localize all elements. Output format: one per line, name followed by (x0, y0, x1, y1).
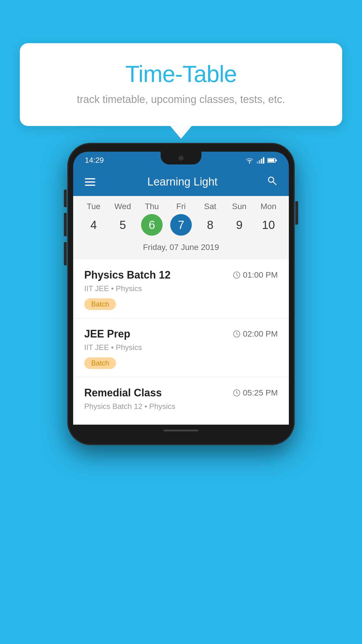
svg-line-9 (273, 182, 276, 185)
day-label: Thu (145, 202, 159, 211)
class-item-0[interactable]: Physics Batch 12 01:00 PMIIT JEE • Physi… (73, 260, 289, 318)
day-col-fri[interactable]: Fri7 (166, 202, 196, 236)
day-label: Mon (261, 202, 276, 211)
phone-mockup: 14:29 (67, 143, 295, 445)
svg-rect-2 (259, 160, 260, 164)
batch-badge: Batch (84, 357, 116, 369)
tooltip-subtitle: track timetable, upcoming classes, tests… (34, 93, 328, 106)
hamburger-line-1 (85, 178, 95, 179)
day-col-thu[interactable]: Thu6 (137, 202, 166, 236)
class-meta: Physics Batch 12 • Physics (84, 402, 278, 411)
class-time-text: 05:25 PM (243, 388, 278, 398)
day-col-sat[interactable]: Sat8 (196, 202, 225, 236)
day-number: 10 (258, 214, 279, 236)
day-number: 5 (112, 214, 133, 236)
phone-screen: 14:29 (73, 152, 289, 425)
search-button[interactable] (267, 175, 277, 188)
day-col-wed[interactable]: Wed5 (108, 202, 137, 236)
class-time-text: 02:00 PM (243, 329, 278, 339)
class-item-2[interactable]: Remedial Class 05:25 PMPhysics Batch 12 … (73, 377, 289, 425)
day-number: 8 (199, 214, 221, 236)
calendar-section: Tue4Wed5Thu6Fri7Sat8Sun9Mon10 Friday, 07… (73, 196, 289, 260)
class-name: Remedial Class (84, 387, 162, 399)
tooltip-title: Time-Table (34, 61, 328, 88)
class-time: 05:25 PM (233, 388, 278, 398)
battery-icon (267, 158, 277, 163)
svg-rect-4 (263, 157, 264, 164)
day-label: Tue (87, 202, 100, 211)
svg-point-0 (249, 162, 250, 164)
selected-date-label: Friday, 07 June 2019 (73, 240, 289, 257)
day-label: Sat (204, 202, 216, 211)
day-col-sun[interactable]: Sun9 (225, 202, 254, 236)
app-header: Learning Light (73, 168, 289, 196)
app-title: Learning Light (98, 176, 267, 188)
svg-line-12 (237, 275, 238, 276)
class-time: 02:00 PM (233, 329, 278, 339)
phone-body: 14:29 (67, 143, 295, 445)
class-list: Physics Batch 12 01:00 PMIIT JEE • Physi… (73, 260, 289, 425)
hamburger-menu-button[interactable] (85, 178, 95, 186)
clock-icon (233, 389, 240, 397)
svg-rect-7 (276, 160, 277, 161)
signal-icon (257, 157, 264, 164)
silent-button (64, 190, 67, 207)
svg-rect-6 (268, 159, 274, 162)
status-bar: 14:29 (73, 152, 289, 168)
svg-line-18 (237, 393, 238, 394)
svg-rect-1 (257, 161, 258, 164)
hamburger-line-2 (85, 181, 95, 183)
day-col-mon[interactable]: Mon10 (254, 202, 283, 236)
class-item-1[interactable]: JEE Prep 02:00 PMIIT JEE • PhysicsBatch (73, 318, 289, 377)
volume-up-button (64, 213, 67, 236)
class-item-header: JEE Prep 02:00 PM (84, 328, 278, 340)
day-number: 7 (170, 214, 192, 236)
status-icons (245, 157, 277, 164)
camera (178, 155, 184, 161)
days-row: Tue4Wed5Thu6Fri7Sat8Sun9Mon10 (73, 202, 289, 236)
phone-bottom-bar (73, 425, 289, 436)
tooltip-card: Time-Table track timetable, upcoming cla… (20, 43, 342, 126)
class-time-text: 01:00 PM (243, 270, 278, 280)
day-number: 6 (141, 214, 163, 236)
clock-icon (233, 330, 240, 338)
wifi-icon (245, 157, 254, 164)
day-label: Fri (176, 202, 186, 211)
clock-icon (233, 271, 240, 279)
power-button (295, 201, 298, 225)
class-time: 01:00 PM (233, 270, 278, 280)
class-item-header: Remedial Class 05:25 PM (84, 387, 278, 399)
class-name: JEE Prep (84, 328, 130, 340)
svg-line-15 (237, 334, 238, 335)
home-indicator (164, 430, 198, 431)
class-name: Physics Batch 12 (84, 269, 171, 281)
day-col-tue[interactable]: Tue4 (79, 202, 108, 236)
notch (161, 152, 201, 164)
volume-down-button (64, 242, 67, 265)
batch-badge: Batch (84, 298, 116, 310)
day-label: Sun (232, 202, 247, 211)
class-meta: IIT JEE • Physics (84, 343, 278, 352)
status-time: 14:29 (85, 156, 104, 165)
class-meta: IIT JEE • Physics (84, 284, 278, 293)
day-label: Wed (114, 202, 131, 211)
class-item-header: Physics Batch 12 01:00 PM (84, 269, 278, 281)
day-number: 9 (229, 214, 250, 236)
hamburger-line-3 (85, 185, 95, 186)
svg-rect-3 (261, 159, 262, 164)
day-number: 4 (83, 214, 104, 236)
